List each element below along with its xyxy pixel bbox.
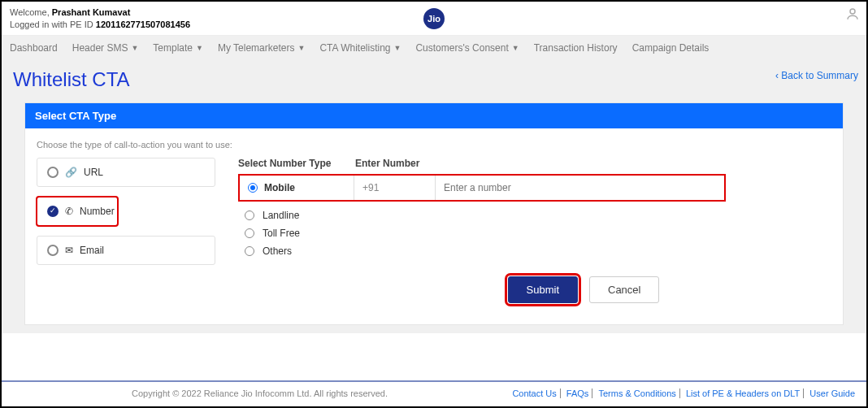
radio-icon <box>47 245 59 256</box>
chevron-down-icon: ▼ <box>131 44 138 52</box>
nav-campaign-details[interactable]: Campaign Details <box>632 42 710 54</box>
number-type-tollfree-row[interactable]: Toll Free <box>245 228 831 239</box>
user-name: Prashant Kumavat <box>52 7 131 17</box>
welcome-prefix: Welcome, <box>10 7 52 17</box>
logged-in-prefix: Logged in with PE ID <box>10 20 96 29</box>
svg-point-0 <box>850 9 855 14</box>
cta-option-email[interactable]: ✉ Email <box>37 236 215 265</box>
cta-option-number[interactable]: ✆ Number <box>37 197 118 226</box>
footer-link-pe-headers[interactable]: List of PE & Headers on DLT <box>683 388 804 398</box>
cta-option-label: URL <box>84 167 103 178</box>
page-title: Whitelist CTA <box>13 68 130 91</box>
footer-link-user-guide[interactable]: User Guide <box>806 388 858 398</box>
radio-others[interactable] <box>245 246 254 256</box>
radio-mobile[interactable] <box>248 183 258 193</box>
profile-icon[interactable] <box>845 7 860 24</box>
number-type-landline-row[interactable]: Landline <box>245 210 831 221</box>
cta-option-url[interactable]: 🔗 URL <box>37 158 215 187</box>
select-number-type-label: Select Number Type <box>238 158 344 169</box>
footer-link-terms[interactable]: Terms & Conditions <box>595 388 679 398</box>
number-type-mobile[interactable]: Mobile <box>264 182 295 193</box>
main-nav: Dashboard Header SMS▼ Template▼ My Telem… <box>2 36 866 60</box>
number-type-others-row[interactable]: Others <box>245 245 831 257</box>
radio-checked-icon <box>47 206 59 217</box>
card-header: Select CTA Type <box>25 103 843 128</box>
chevron-down-icon: ▼ <box>297 44 305 52</box>
radio-landline[interactable] <box>245 211 254 220</box>
envelope-icon: ✉ <box>65 245 73 256</box>
footer-link-faqs[interactable]: FAQs <box>563 388 593 398</box>
jio-logo: Jio <box>423 8 445 29</box>
link-icon: 🔗 <box>65 167 77 178</box>
footer-link-contact[interactable]: Contact Us <box>509 388 560 398</box>
nav-my-telemarketers[interactable]: My Telemarketers▼ <box>218 42 305 54</box>
cta-option-label: Number <box>80 206 115 217</box>
mobile-input-row: Mobile +91 <box>238 174 726 202</box>
footer-links: Contact Us FAQs Terms & Conditions List … <box>509 388 858 398</box>
back-to-summary-link[interactable]: ‹ Back to Summary <box>775 70 858 81</box>
nav-dashboard[interactable]: Dashboard <box>10 42 58 54</box>
nav-transaction-history[interactable]: Transaction History <box>534 42 618 54</box>
radio-tollfree[interactable] <box>245 228 254 238</box>
phone-number-input[interactable] <box>444 182 724 193</box>
footer-copyright: Copyright © 2022 Reliance Jio Infocomm L… <box>10 388 388 398</box>
nav-template[interactable]: Template▼ <box>153 42 203 54</box>
nav-header-sms[interactable]: Header SMS▼ <box>72 42 139 54</box>
chevron-down-icon: ▼ <box>394 44 401 52</box>
radio-icon <box>47 167 59 178</box>
card-hint: Choose the type of call-to-action you wa… <box>37 137 831 158</box>
pe-id: 1201162771507081456 <box>96 20 190 29</box>
cta-option-label: Email <box>80 245 104 256</box>
enter-number-label: Enter Number <box>355 158 419 169</box>
chevron-down-icon: ▼ <box>196 44 203 52</box>
country-code: +91 <box>354 176 435 200</box>
nav-cta-whitelisting[interactable]: CTA Whitelisting▼ <box>319 42 401 54</box>
chevron-down-icon: ▼ <box>512 44 519 52</box>
cancel-button[interactable]: Cancel <box>589 276 659 303</box>
submit-button[interactable]: Submit <box>508 276 578 303</box>
nav-customers-consent[interactable]: Customers's Consent▼ <box>415 42 519 54</box>
phone-icon: ✆ <box>65 206 73 217</box>
